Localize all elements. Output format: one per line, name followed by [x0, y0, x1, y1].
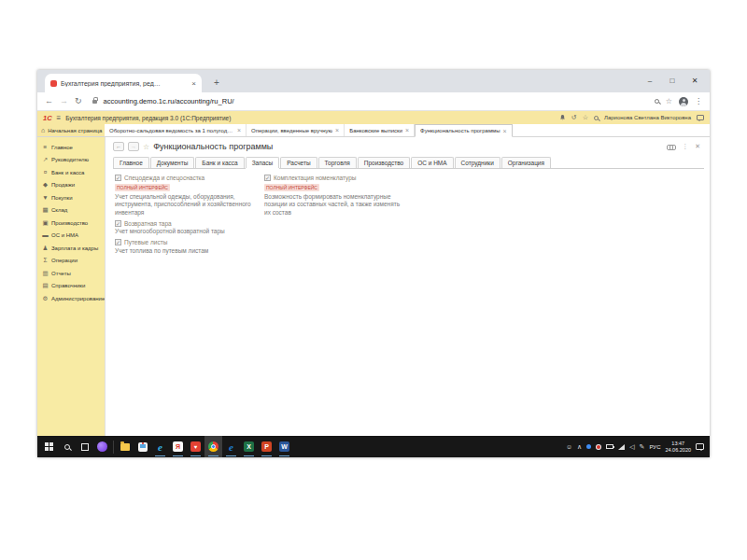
minimize-button[interactable]: –: [639, 77, 661, 85]
sidebar-item-sales[interactable]: ◆ Продажи: [37, 179, 105, 192]
network-icon[interactable]: [618, 444, 625, 450]
window-tab-manual-operations[interactable]: Операции, введенные вручную ×: [247, 124, 345, 136]
sidebar-item-fixed-assets[interactable]: ▬ ОС и НМА: [37, 230, 105, 243]
sidebar-item-administration[interactable]: ⚙ Администрирование: [37, 292, 105, 305]
option-label[interactable]: Путевые листы: [124, 239, 167, 245]
windows-logo-icon: [45, 442, 53, 451]
option-label[interactable]: Возвратная тара: [124, 220, 172, 227]
close-button[interactable]: ✕: [684, 77, 706, 85]
home-page-tab[interactable]: ⌂ Начальная страница: [37, 124, 105, 136]
powerpoint-button[interactable]: P: [258, 436, 275, 457]
global-search-icon[interactable]: [594, 116, 599, 120]
language-indicator[interactable]: РУС: [649, 444, 660, 450]
option-item-assembly: ✓ Комплектация номенклатуры ПОЛНЫЙ ИНТЕР…: [264, 175, 404, 217]
people-icon[interactable]: ☺: [566, 443, 572, 450]
sidebar-item-warehouse[interactable]: ▦ Склад: [37, 204, 105, 217]
nav-forward-button[interactable]: →: [128, 142, 139, 151]
word-button[interactable]: W: [275, 436, 293, 457]
internet-explorer-button[interactable]: e: [151, 436, 169, 457]
browser-menu-icon[interactable]: ⋮: [695, 97, 702, 105]
sidebar-item-operations[interactable]: Σ Операции: [37, 255, 105, 268]
browser-tab[interactable]: Бухгалтерия предприятия, ред… ×: [45, 74, 202, 92]
sidebar-item-bank-cash[interactable]: ¤ Банк и касса: [37, 166, 105, 179]
red-app-button[interactable]: ♥: [187, 436, 204, 457]
option-description: Учет специальной одежды, оборудования, и…: [115, 193, 255, 217]
history-icon[interactable]: ↺: [571, 114, 577, 121]
tab-production[interactable]: Производство: [358, 157, 410, 168]
tab-settlements[interactable]: Расчеты: [280, 157, 317, 168]
yandex-icon: Я: [173, 441, 183, 452]
tab-employees[interactable]: Сотрудники: [455, 157, 500, 168]
excel-button[interactable]: X: [240, 436, 258, 457]
browser-back-button[interactable]: ←: [45, 97, 53, 105]
cortana-button[interactable]: [93, 436, 111, 457]
workwear-checkbox[interactable]: ✓: [115, 175, 121, 181]
show-hidden-icons-button[interactable]: ∧: [577, 443, 582, 450]
battery-icon[interactable]: [606, 444, 613, 449]
file-explorer-button[interactable]: [116, 436, 134, 457]
search-icon[interactable]: [655, 99, 659, 104]
task-view-button[interactable]: [76, 436, 93, 457]
tab-inventory[interactable]: Запасы: [246, 157, 280, 168]
more-icon[interactable]: ⋮: [682, 143, 688, 150]
action-center-icon[interactable]: [696, 443, 704, 450]
notifications-bell-icon[interactable]: [559, 114, 566, 121]
tab-main[interactable]: Главное: [113, 157, 149, 168]
window-tab-turnover-sheet[interactable]: Оборотно-сальдовая ведомость за 1 полуго…: [105, 124, 247, 136]
sidebar-item-salary-hr[interactable]: ♟ Зарплата и кадры: [37, 242, 105, 255]
bookmark-star-icon[interactable]: ☆: [666, 97, 672, 105]
window-tab-bank-statements[interactable]: Банковские выписки ×: [345, 124, 415, 136]
production-icon: ▣: [42, 220, 49, 227]
tab-trade[interactable]: Торговля: [318, 157, 357, 168]
cortana-icon: [97, 441, 107, 452]
nav-back-button[interactable]: ←: [113, 142, 124, 151]
tab-close-icon[interactable]: ×: [191, 79, 196, 88]
get-link-icon[interactable]: [667, 145, 675, 149]
browser-reload-button[interactable]: ↻: [75, 97, 82, 105]
yandex-app-button[interactable]: Я: [169, 436, 187, 457]
discussions-icon[interactable]: [697, 115, 704, 120]
chrome-button[interactable]: [204, 436, 222, 457]
tab-close-icon[interactable]: ×: [335, 127, 339, 133]
bluetooth-icon[interactable]: [586, 444, 591, 449]
window-tab-label: Операции, введенные вручную: [251, 128, 332, 133]
favorite-star-icon[interactable]: ☆: [143, 143, 149, 151]
sidebar-item-reports[interactable]: ▥ Отчеты: [37, 267, 105, 280]
new-tab-button[interactable]: +: [209, 76, 224, 91]
option-label[interactable]: Спецодежда и спецоснастка: [124, 175, 204, 181]
item-assembly-checkbox[interactable]: ✓: [264, 175, 271, 181]
maximize-button[interactable]: □: [661, 77, 684, 85]
tab-close-icon[interactable]: ×: [503, 128, 507, 134]
tab-fixed-assets[interactable]: ОС и НМА: [411, 157, 453, 168]
sidebar-item-manager[interactable]: ↗ Руководителю: [37, 154, 105, 167]
tab-close-icon[interactable]: ×: [237, 127, 241, 133]
profile-avatar[interactable]: [679, 97, 688, 106]
clock[interactable]: 13:47 24.06.2020: [665, 441, 691, 454]
microsoft-store-button[interactable]: [134, 436, 151, 457]
main-menu-icon[interactable]: ≡: [57, 114, 62, 122]
returnable-packaging-checkbox[interactable]: ✓: [115, 220, 121, 227]
sidebar-item-main[interactable]: ≡ Главное: [37, 141, 105, 154]
sidebar-item-purchases[interactable]: ▼ Покупки: [37, 191, 105, 204]
tab-organization[interactable]: Организация: [501, 157, 551, 168]
sidebar-item-production[interactable]: ▣ Производство: [37, 217, 105, 230]
window-tab-functionality[interactable]: Функциональность программы ×: [415, 124, 513, 137]
current-user[interactable]: Ларионова Светлана Викторовна: [604, 115, 691, 120]
close-icon[interactable]: ✕: [695, 143, 700, 150]
tab-documents[interactable]: Документы: [150, 157, 195, 168]
tab-bank-cash[interactable]: Банк и касса: [195, 157, 244, 168]
edge-button[interactable]: e: [222, 436, 240, 457]
waybills-checkbox[interactable]: ✓: [115, 239, 121, 245]
url-input[interactable]: accounting.demo.1c.ru/accounting/ru_RU/: [104, 97, 648, 105]
start-button[interactable]: [40, 436, 58, 457]
tab-close-icon[interactable]: ×: [405, 127, 409, 133]
bank-icon: ¤: [42, 170, 49, 176]
option-label[interactable]: Комплектация номенклатуры: [274, 175, 357, 181]
sidebar-item-directories[interactable]: ▤ Справочники: [37, 280, 105, 293]
taskbar-search-button[interactable]: [58, 436, 76, 457]
browser-forward-button[interactable]: →: [60, 97, 68, 105]
tray-app-icon[interactable]: [596, 444, 601, 450]
pen-icon[interactable]: ✎: [640, 443, 645, 450]
volume-icon[interactable]: ◁: [629, 443, 634, 450]
favorites-star-icon[interactable]: ☆: [583, 114, 588, 121]
